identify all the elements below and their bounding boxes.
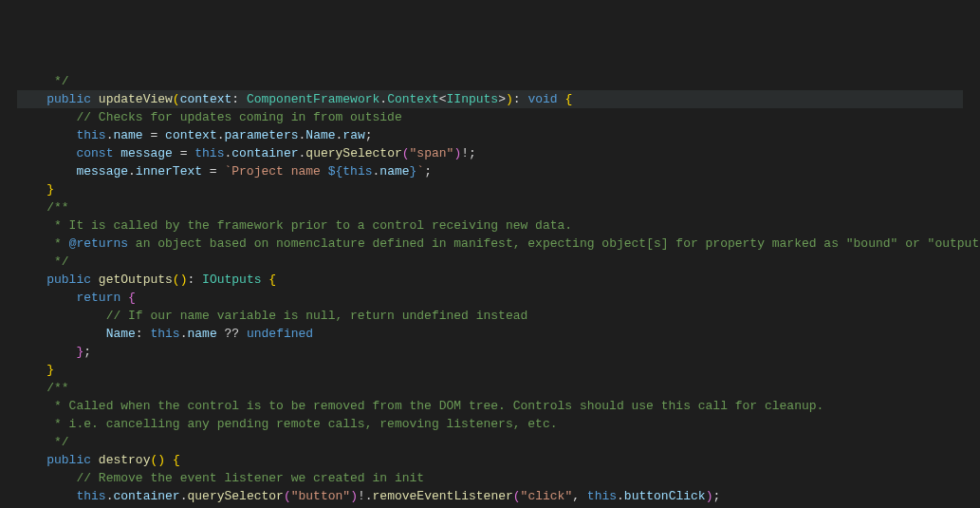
code-line[interactable]: } <box>17 361 963 379</box>
code-line[interactable]: // If our name variable is null, return … <box>17 307 963 325</box>
code-token: ( <box>173 92 180 106</box>
code-line[interactable]: /** <box>17 379 963 397</box>
code-token: { <box>268 273 276 287</box>
code-token: { <box>173 453 180 467</box>
code-token: } <box>46 363 54 377</box>
code-line[interactable]: * It is called by the framework prior to… <box>17 216 963 235</box>
code-token: querySelector <box>305 146 401 160</box>
code-line[interactable]: * i.e. cancelling any pending remote cal… <box>17 415 963 433</box>
code-line[interactable]: const message = this.container.querySele… <box>17 144 963 162</box>
code-token: . <box>379 92 387 106</box>
code-token: * <box>46 236 68 251</box>
code-token: Context <box>387 92 439 106</box>
code-token: !; <box>461 146 476 160</box>
code-token: ( <box>513 489 521 503</box>
code-line[interactable]: this.container.querySelector("button")!.… <box>17 487 963 505</box>
code-token: // Remove the event listener we created … <box>76 471 424 485</box>
code-editor[interactable]: */ public updateView(context: ComponentF… <box>0 72 980 508</box>
code-token: ) <box>350 489 358 503</box>
code-line[interactable]: public updateView(context: ComponentFram… <box>17 90 963 108</box>
code-token: removeEventListener <box>373 489 513 503</box>
code-token: destroy <box>99 453 151 467</box>
code-token: this <box>76 489 105 503</box>
code-token: ) <box>506 92 513 106</box>
code-token: () <box>150 453 165 467</box>
code-token: { <box>564 92 572 106</box>
code-line[interactable]: } <box>17 180 963 198</box>
code-token: container <box>231 146 298 160</box>
code-line[interactable]: /** <box>17 198 963 216</box>
code-line[interactable]: * Called when the control is to be remov… <box>17 397 963 415</box>
code-token: ; <box>424 164 432 179</box>
code-token: IOutputs <box>202 273 261 287</box>
code-token: public <box>46 453 91 467</box>
code-token: innerText <box>136 164 202 179</box>
code-token: IInputs <box>447 92 499 106</box>
code-token: context <box>180 92 232 106</box>
code-token: name <box>187 327 216 341</box>
code-token: message <box>120 146 173 160</box>
code-token: undefined <box>247 327 313 341</box>
code-token: , <box>572 489 587 503</box>
code-line[interactable]: public getOutputs(): IOutputs { <box>17 271 963 289</box>
code-token: parameters <box>225 128 299 142</box>
code-token: ${ <box>328 164 343 179</box>
code-token: void <box>527 92 557 106</box>
code-token: an object based on nomenclature defined … <box>128 236 980 251</box>
code-token: */ <box>46 435 68 449</box>
code-line[interactable]: Name: this.name ?? undefined <box>17 325 963 343</box>
code-line[interactable]: return { <box>17 289 963 307</box>
code-token: ; <box>713 489 721 503</box>
code-line[interactable]: // Remove the event listener we created … <box>17 469 963 487</box>
code-token: ; <box>365 128 373 142</box>
code-token: updateView <box>99 92 173 106</box>
code-token: name <box>113 128 142 142</box>
code-token: > <box>498 92 506 106</box>
code-token: container <box>113 489 179 503</box>
code-line[interactable]: public destroy() { <box>17 451 963 469</box>
code-token: = <box>143 128 165 142</box>
code-token: ?? <box>217 327 247 341</box>
code-token: "span" <box>410 146 454 160</box>
code-token: . <box>217 128 225 142</box>
code-token: ` <box>416 164 424 179</box>
code-token: this <box>150 327 179 341</box>
code-token: `Project name <box>224 164 327 179</box>
code-token: this <box>194 146 224 160</box>
code-token: public <box>46 92 91 106</box>
code-token: Name <box>106 327 136 341</box>
code-token: const <box>76 146 113 160</box>
code-token: "click" <box>521 489 573 503</box>
code-token: . <box>128 164 136 179</box>
code-line[interactable]: */ <box>17 433 963 451</box>
code-token: this <box>76 128 105 142</box>
code-line[interactable]: */ <box>17 72 963 90</box>
code-token: ComponentFramework <box>247 92 379 106</box>
code-line[interactable]: this.name = context.parameters.Name.raw; <box>17 126 963 144</box>
code-token: * i.e. cancelling any pending remote cal… <box>46 417 557 431</box>
code-token: public <box>46 273 91 287</box>
code-token: < <box>439 92 447 106</box>
code-token: = <box>173 146 194 160</box>
code-token: message <box>76 164 128 179</box>
code-token: raw <box>342 128 364 142</box>
code-line[interactable]: // Checks for updates coming in from out… <box>17 108 963 126</box>
code-token: : <box>513 92 528 106</box>
code-token: * Called when the control is to be remov… <box>46 399 823 413</box>
code-token: ; <box>83 345 91 359</box>
code-token: name <box>379 164 409 179</box>
code-token <box>91 92 99 106</box>
code-line[interactable]: */ <box>17 253 963 271</box>
code-token: : <box>231 92 247 106</box>
code-line[interactable]: }; <box>17 343 963 361</box>
code-token: return <box>76 291 120 305</box>
code-token: () <box>173 273 188 287</box>
code-token <box>91 273 99 287</box>
code-token: */ <box>54 74 69 88</box>
code-line[interactable]: * @returns an object based on nomenclatu… <box>17 235 963 253</box>
code-token: = <box>202 164 224 179</box>
code-token: Name <box>305 128 335 142</box>
code-token <box>91 453 99 467</box>
code-line[interactable]: message.innerText = `Project name ${this… <box>17 162 963 180</box>
code-token: @returns <box>69 236 128 251</box>
